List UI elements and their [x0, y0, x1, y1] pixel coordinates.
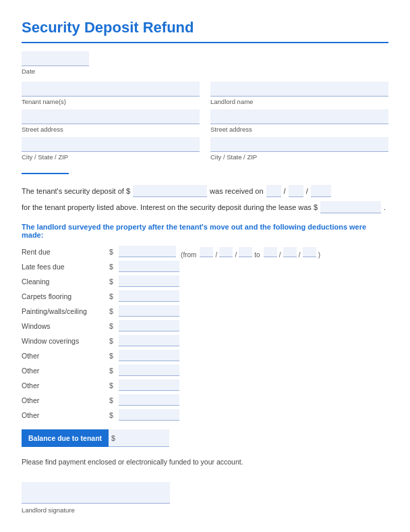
- deduction-label-1: Late fees due: [22, 259, 109, 274]
- received-date-year[interactable]: [311, 185, 331, 197]
- deduction-currency-7: $: [109, 348, 119, 363]
- deduction-field-6[interactable]: [119, 334, 388, 348]
- tenant-street-label: Street address: [22, 126, 200, 133]
- sentence1-end: .: [384, 203, 386, 211]
- landlord-signature-field[interactable]: [22, 482, 170, 504]
- deduction-label-11: Other: [22, 408, 109, 423]
- deduction-currency-2: $: [109, 274, 119, 289]
- landlord-street-field[interactable]: [210, 109, 388, 124]
- deduction-label-6: Window coverings: [22, 334, 109, 348]
- deduction-currency-3: $: [109, 289, 119, 304]
- deduction-label-4: Painting/walls/ceiling: [22, 304, 109, 319]
- date-field[interactable]: [22, 51, 89, 66]
- sentence1-pre: The tenant's security deposit of $: [22, 187, 130, 195]
- landlord-street-label: Street address: [210, 126, 388, 133]
- deduction-field-4[interactable]: [119, 304, 388, 319]
- signature-label: Landlord signature: [22, 506, 388, 514]
- tenant-city-field[interactable]: [22, 137, 200, 152]
- tenant-name-field[interactable]: [22, 82, 200, 97]
- deduction-currency-9: $: [109, 378, 119, 393]
- deposit-sentence-2: for the tenant property listed above. In…: [22, 201, 388, 213]
- received-date-month[interactable]: [266, 185, 281, 197]
- landlord-name-field[interactable]: [210, 82, 388, 97]
- deduction-label-0: Rent due: [22, 244, 109, 259]
- interest-field[interactable]: [320, 201, 381, 213]
- deposit-amount-field[interactable]: [133, 185, 207, 197]
- deduction-currency-6: $: [109, 334, 119, 348]
- deduction-label-7: Other: [22, 348, 109, 363]
- received-date-day[interactable]: [289, 185, 303, 197]
- section-header: The landlord surveyed the property after…: [22, 223, 388, 239]
- deduction-label-2: Cleaning: [22, 274, 109, 289]
- landlord-name-label: Landlord name: [210, 98, 388, 105]
- deduction-label-5: Windows: [22, 319, 109, 334]
- tenant-street-field[interactable]: [22, 109, 200, 124]
- sentence1-post: for the tenant property listed above. In…: [22, 203, 318, 211]
- deduction-currency-8: $: [109, 363, 119, 378]
- top-divider: [22, 42, 388, 43]
- deduction-currency-1: $: [109, 259, 119, 274]
- deduction-field-5[interactable]: [119, 319, 388, 334]
- tenant-name-label: Tenant name(s): [22, 98, 200, 105]
- deduction-field-7[interactable]: [119, 348, 388, 363]
- deduction-field-3[interactable]: [119, 289, 388, 304]
- balance-due-button: Balance due to tenant: [22, 429, 109, 447]
- deposit-sentence-1: The tenant's security deposit of $ was r…: [22, 185, 388, 197]
- date-label: Date: [22, 68, 388, 75]
- page-title: Security Deposit Refund: [22, 19, 388, 36]
- balance-currency-symbol: $: [109, 429, 169, 447]
- deduction-label-8: Other: [22, 363, 109, 378]
- landlord-city-field[interactable]: [210, 137, 388, 152]
- payment-note: Please find payment enclosed or electron…: [22, 458, 388, 466]
- deduction-field-1[interactable]: [119, 259, 388, 274]
- tenant-city-label: City / State / ZIP: [22, 153, 200, 161]
- deduction-label-10: Other: [22, 393, 109, 408]
- balance-row: Balance due to tenant $: [22, 429, 388, 447]
- deductions-table: Rent due$ (from / / to / / ) Late fees d…: [22, 244, 388, 423]
- deduction-field-8[interactable]: [119, 363, 388, 378]
- deduction-field-2[interactable]: [119, 274, 388, 289]
- deduction-field-9[interactable]: [119, 378, 388, 393]
- deduction-field-0[interactable]: (from / / to / / ): [119, 244, 388, 259]
- deduction-currency-10: $: [109, 393, 119, 408]
- deduction-label-9: Other: [22, 378, 109, 393]
- date-sep-2: /: [306, 187, 308, 195]
- deduction-currency-4: $: [109, 304, 119, 319]
- date-sep-1: /: [284, 187, 286, 195]
- sentence1-mid: was received on: [210, 187, 264, 195]
- deduction-currency-11: $: [109, 408, 119, 423]
- deduction-field-10[interactable]: [119, 393, 388, 408]
- deduction-field-11[interactable]: [119, 408, 388, 423]
- small-divider: [22, 173, 69, 174]
- landlord-city-label: City / State / ZIP: [210, 153, 388, 161]
- deduction-currency-5: $: [109, 319, 119, 334]
- deduction-label-3: Carpets flooring: [22, 289, 109, 304]
- deduction-currency-0: $: [109, 244, 119, 259]
